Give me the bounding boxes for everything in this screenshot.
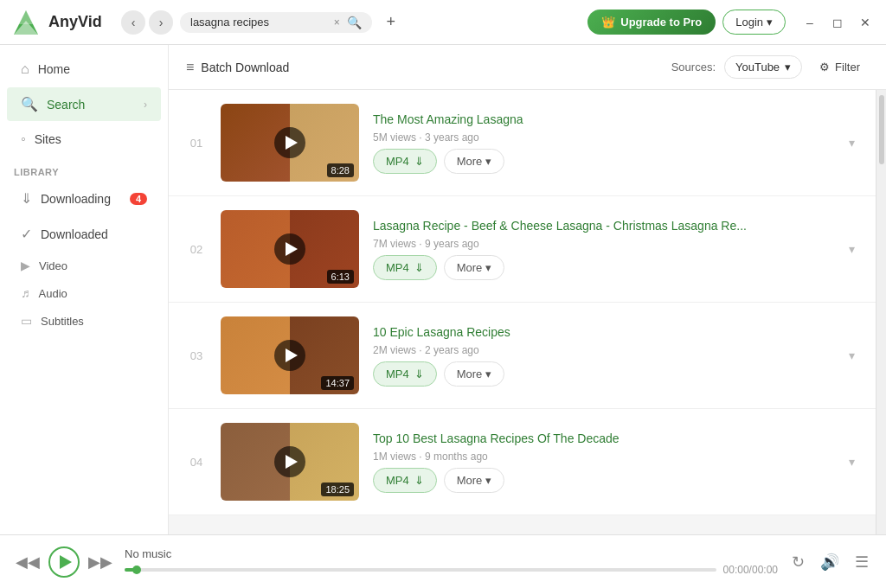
main-layout: ⌂ Home 🔍 Search › ◦ Sites Library ⇓ Down… <box>0 45 886 534</box>
app-name: AnyVid <box>48 13 102 31</box>
result-number: 04 <box>186 456 207 469</box>
subtitles-icon: ▭ <box>21 314 32 328</box>
tab-close-icon[interactable]: × <box>334 16 340 29</box>
crown-icon: 👑 <box>601 16 615 29</box>
result-title[interactable]: Lasagna Recipe - Beef & Cheese Lasagna -… <box>373 219 831 233</box>
result-meta: 5M views · 3 years ago <box>373 131 831 144</box>
search-icon: 🔍 <box>21 96 38 112</box>
volume-button[interactable]: 🔊 <box>817 549 843 575</box>
result-meta: 1M views · 9 months ago <box>373 451 831 463</box>
repeat-button[interactable]: ↻ <box>788 549 808 575</box>
result-item: 02 6:13 Lasagna Recipe - Beef & Cheese L… <box>169 196 876 303</box>
player-info: No music 00:00/00:00 <box>125 547 778 576</box>
results-list: 01 8:28 The Most Amazing Lasagna 5 <box>169 90 876 534</box>
forward-button[interactable]: › <box>149 10 173 35</box>
download-icon: ⇓ <box>414 155 424 168</box>
duration-badge: 8:28 <box>327 163 354 177</box>
progress-bar[interactable] <box>125 568 716 572</box>
library-section-label: Library <box>0 157 168 181</box>
result-number: 03 <box>186 349 207 362</box>
result-title[interactable]: Top 10 Best Lasagna Recipes Of The Decad… <box>373 431 831 445</box>
player-track-title: No music <box>125 547 778 560</box>
sidebar-item-search[interactable]: 🔍 Search › <box>7 87 161 121</box>
duration-badge: 6:13 <box>327 270 354 284</box>
mp4-download-button[interactable]: MP4 ⇓ <box>373 255 437 280</box>
sources-dropdown[interactable]: YouTube ▾ <box>724 55 802 79</box>
batch-icon: ≡ <box>186 60 194 75</box>
collapse-icon[interactable]: ▾ <box>845 132 858 153</box>
next-button[interactable]: ▶▶ <box>87 548 114 576</box>
play-pause-button[interactable] <box>48 546 80 578</box>
video-icon: ▶ <box>21 259 30 272</box>
batch-download-button[interactable]: ≡ Batch Download <box>186 60 289 75</box>
chevron-down-icon: ▾ <box>767 16 773 29</box>
upgrade-button[interactable]: 👑 Upgrade to Pro <box>587 10 716 35</box>
time-display: 00:00/00:00 <box>723 564 778 576</box>
sidebar-item-sites[interactable]: ◦ Sites <box>7 123 161 156</box>
prev-button[interactable]: ◀◀ <box>14 548 42 576</box>
sidebar-item-downloaded[interactable]: ✓ Downloaded <box>7 217 161 251</box>
chevron-icon: ▾ <box>485 474 491 487</box>
nav-buttons: ‹ › <box>121 10 173 35</box>
player-bar: ◀◀ ▶▶ No music 00:00/00:00 ↻ 🔊 ☰ <box>0 534 886 588</box>
collapse-icon[interactable]: ▾ <box>845 239 858 259</box>
result-info: 10 Epic Lasagna Recipes 2M views · 2 yea… <box>373 325 831 387</box>
result-actions: MP4 ⇓ More ▾ <box>373 255 831 280</box>
more-button[interactable]: More ▾ <box>444 255 505 280</box>
svg-marker-2 <box>14 10 38 24</box>
more-button[interactable]: More ▾ <box>444 149 505 174</box>
sources-label: Sources: <box>671 61 716 74</box>
more-button[interactable]: More ▾ <box>444 361 505 387</box>
scrollbar[interactable] <box>876 90 886 534</box>
filter-button[interactable]: ⚙ Filter <box>811 56 869 78</box>
minimize-button[interactable]: – <box>799 12 820 33</box>
sidebar-item-audio[interactable]: ♬ Audio <box>7 280 161 306</box>
result-item: 04 18:25 Top 10 Best Lasagna Recipes Of … <box>169 409 876 515</box>
mp4-download-button[interactable]: MP4 ⇓ <box>373 468 437 493</box>
result-info: The Most Amazing Lasagna 5M views · 3 ye… <box>373 112 831 174</box>
titlebar: AnyVid ‹ › lasagna recipes × 🔍 + 👑 Upgra… <box>0 0 886 45</box>
mp4-download-button[interactable]: MP4 ⇓ <box>373 149 437 174</box>
play-button[interactable] <box>274 340 305 371</box>
thumbnail[interactable]: 18:25 <box>221 423 359 501</box>
sidebar-item-subtitles[interactable]: ▭ Subtitles <box>7 308 161 334</box>
thumbnail[interactable]: 8:28 <box>221 104 359 182</box>
playlist-button[interactable]: ☰ <box>851 549 872 575</box>
result-info: Top 10 Best Lasagna Recipes Of The Decad… <box>373 431 831 493</box>
collapse-icon[interactable]: ▾ <box>845 345 858 366</box>
result-title[interactable]: 10 Epic Lasagna Recipes <box>373 325 831 339</box>
add-tab-button[interactable]: + <box>379 10 403 35</box>
thumbnail[interactable]: 14:37 <box>221 316 359 394</box>
tab-search-icon[interactable]: 🔍 <box>347 16 362 29</box>
logo-icon <box>10 7 42 38</box>
sidebar-item-video[interactable]: ▶ Video <box>7 252 161 278</box>
result-title[interactable]: The Most Amazing Lasagna <box>373 112 831 126</box>
mp4-download-button[interactable]: MP4 ⇓ <box>373 361 437 387</box>
collapse-icon[interactable]: ▾ <box>845 451 858 472</box>
result-item: 03 14:37 10 Epic Lasagna Recipes 2 <box>169 303 876 409</box>
sidebar-item-home[interactable]: ⌂ Home <box>7 53 161 86</box>
chevron-icon: ▾ <box>485 368 491 380</box>
downloaded-icon: ✓ <box>21 226 32 242</box>
progress-dot <box>132 566 141 574</box>
thumbnail[interactable]: 6:13 <box>221 210 359 288</box>
dropdown-arrow-icon: ▾ <box>785 61 791 74</box>
login-button[interactable]: Login ▾ <box>722 10 786 35</box>
audio-icon: ♬ <box>21 286 30 300</box>
result-item: 01 8:28 The Most Amazing Lasagna 5 <box>169 90 876 196</box>
back-button[interactable]: ‹ <box>121 10 145 35</box>
maximize-button[interactable]: ◻ <box>827 12 848 33</box>
search-arrow-icon: › <box>144 99 147 111</box>
player-controls: ◀◀ ▶▶ <box>14 546 114 578</box>
result-actions: MP4 ⇓ More ▾ <box>373 361 831 387</box>
search-tab: lasagna recipes × 🔍 <box>180 12 372 33</box>
play-button[interactable] <box>274 446 305 477</box>
duration-badge: 18:25 <box>321 483 354 496</box>
player-right-controls: ↻ 🔊 ☰ <box>788 549 872 575</box>
filter-icon: ⚙ <box>819 61 830 74</box>
play-button[interactable] <box>274 127 305 158</box>
more-button[interactable]: More ▾ <box>444 468 505 493</box>
sidebar-item-downloading[interactable]: ⇓ Downloading 4 <box>7 182 161 215</box>
play-button[interactable] <box>274 233 305 265</box>
close-button[interactable]: ✕ <box>855 12 876 33</box>
